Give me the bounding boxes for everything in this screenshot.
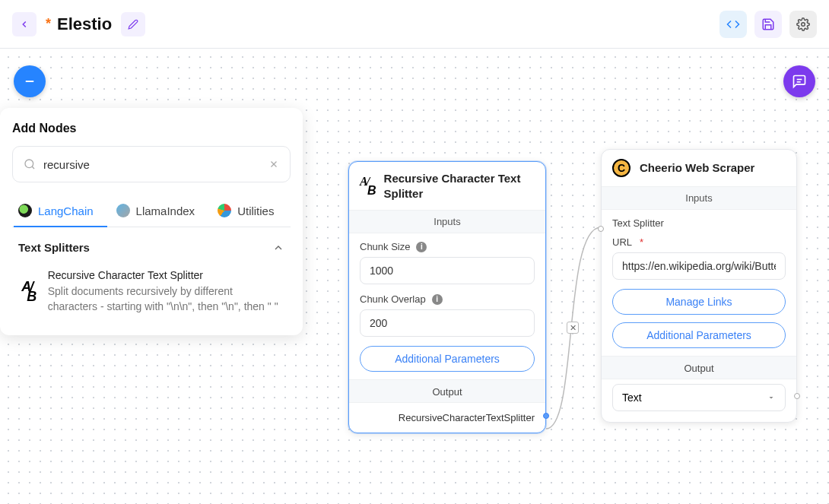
required-indicator: *	[640, 236, 643, 248]
modified-indicator: *	[46, 16, 51, 32]
svg-line-5	[32, 166, 34, 169]
chevron-up-icon	[272, 242, 284, 254]
node-header: C Cheerio Web Scraper	[602, 150, 796, 186]
text-splitter-label: Text Splitter	[602, 210, 796, 232]
page-title: Elestio	[57, 14, 112, 34]
chat-icon	[792, 74, 807, 89]
output-label: RecursiveCharacterTextSplitter	[349, 403, 545, 433]
node-body: URL* Manage Links Additional Parameters	[602, 232, 796, 356]
collapse-button[interactable]	[14, 65, 46, 97]
settings-button[interactable]	[789, 11, 817, 38]
llamaindex-icon	[116, 204, 130, 217]
node-cheerio-web-scraper[interactable]: C Cheerio Web Scraper Inputs Text Splitt…	[601, 149, 797, 423]
node-title: Recursive Character Text Splitter	[384, 171, 535, 201]
tab-label: Utilities	[237, 204, 274, 217]
output-handle[interactable]	[543, 413, 549, 419]
save-button[interactable]	[754, 11, 782, 38]
inputs-header: Inputs	[602, 186, 796, 210]
url-input[interactable]	[612, 252, 786, 280]
search-field-wrap[interactable]	[12, 146, 291, 182]
section-header-text-splitters[interactable]: Text Splitters	[12, 227, 291, 262]
clear-icon[interactable]	[268, 159, 279, 170]
chunk-overlap-input[interactable]	[360, 309, 535, 337]
output-header: Output	[602, 356, 796, 379]
manage-links-button[interactable]: Manage Links	[612, 289, 786, 315]
additional-parameters-button[interactable]: Additional Parameters	[612, 322, 786, 348]
chunk-size-input[interactable]	[360, 257, 535, 284]
section-title: Text Splitters	[18, 241, 90, 254]
output-handle[interactable]	[794, 393, 800, 399]
tab-label: LlamaIndex	[136, 204, 195, 217]
info-icon[interactable]: i	[416, 242, 427, 252]
ab-icon: A/B	[18, 269, 36, 314]
code-icon	[726, 17, 740, 31]
node-title: Cheerio Web Scraper	[640, 160, 754, 176]
minus-icon	[23, 74, 37, 88]
cheerio-icon: C	[612, 159, 630, 177]
title-wrap: * Elestio	[46, 14, 112, 34]
utilities-icon	[218, 204, 231, 217]
pencil-icon	[128, 19, 138, 30]
additional-parameters-button[interactable]: Additional Parameters	[360, 346, 535, 372]
url-label: URL*	[612, 236, 786, 248]
output-select[interactable]: Text	[612, 384, 786, 411]
chevron-left-icon	[19, 19, 30, 30]
chunk-size-label: Chunk Size i	[360, 241, 535, 252]
tab-langchain[interactable]: LangChain	[17, 195, 95, 227]
back-button[interactable]	[12, 12, 37, 36]
info-icon[interactable]: i	[432, 294, 443, 305]
search-input[interactable]	[43, 158, 261, 171]
add-nodes-panel: Add Nodes LangChain LlamaIndex Utilities…	[0, 108, 303, 335]
edit-title-button[interactable]	[121, 12, 145, 36]
item-content: Recursive Character Text Splitter Split …	[48, 269, 284, 314]
node-body: Chunk Size i Chunk Overlap i Additional …	[349, 233, 545, 379]
ab-icon: A/B	[360, 177, 375, 194]
list-item-recursive-splitter[interactable]: A/B Recursive Character Text Splitter Sp…	[12, 262, 291, 322]
output-header: Output	[349, 379, 545, 403]
input-handle-text-splitter[interactable]	[598, 226, 604, 232]
tab-llamaindex[interactable]: LlamaIndex	[115, 195, 197, 227]
item-description: Split documents recursively by different…	[48, 284, 284, 314]
node-recursive-text-splitter[interactable]: A/B Recursive Character Text Splitter In…	[348, 161, 546, 433]
panel-title: Add Nodes	[12, 122, 291, 135]
svg-point-0	[802, 22, 805, 26]
node-header: A/B Recursive Character Text Splitter	[349, 162, 545, 210]
tab-label: LangChain	[38, 204, 94, 217]
select-value: Text	[622, 391, 642, 404]
chunk-overlap-label: Chunk Overlap i	[360, 293, 535, 305]
top-bar: * Elestio	[0, 0, 829, 49]
langchain-icon	[18, 204, 32, 217]
top-bar-left: * Elestio	[12, 12, 145, 36]
chat-button[interactable]	[783, 65, 815, 97]
top-bar-right	[719, 11, 817, 38]
canvas[interactable]: Add Nodes LangChain LlamaIndex Utilities…	[0, 49, 829, 504]
delete-edge-button[interactable]: ✕	[567, 322, 579, 334]
inputs-header: Inputs	[349, 210, 545, 233]
gear-icon	[796, 17, 810, 31]
item-title: Recursive Character Text Splitter	[48, 269, 284, 281]
category-tabs: LangChain LlamaIndex Utilities	[12, 195, 291, 227]
search-icon	[24, 158, 36, 170]
save-icon	[761, 17, 775, 31]
tab-utilities[interactable]: Utilities	[216, 195, 275, 227]
code-button[interactable]	[719, 11, 747, 38]
chevron-down-icon	[767, 393, 776, 402]
